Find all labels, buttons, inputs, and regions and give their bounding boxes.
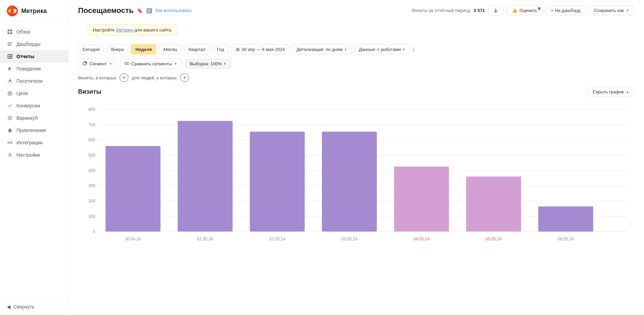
segment-button[interactable]: Сегмент ▼ <box>78 58 117 69</box>
alert-link[interactable]: Метрику <box>116 27 133 32</box>
info-data-icon: ℹ <box>413 47 414 52</box>
sidebar-item-attraction[interactable]: Привлечение <box>0 124 68 136</box>
bar-3[interactable] <box>250 132 305 232</box>
bar-2[interactable] <box>178 121 232 232</box>
rate-dot <box>538 7 541 10</box>
add-visit-condition-button[interactable]: + <box>119 73 128 82</box>
rate-icon: 👍 <box>512 8 517 13</box>
sidebar-item-variocube[interactable]: Вариокуб <box>0 112 68 124</box>
svg-rect-6 <box>8 32 10 34</box>
sidebar-item-label: Отчеты <box>16 54 34 59</box>
svg-rect-12 <box>9 56 10 57</box>
date-range-button[interactable]: ⊞ 30 апр — 6 мая 2024 <box>231 44 289 54</box>
alert-text: Настройте Метрику для вашего сайта. <box>93 27 172 32</box>
sidebar-item-label: Посетители <box>16 78 42 84</box>
sidebar-item-reports[interactable]: Отчеты <box>0 50 68 63</box>
reports-icon <box>7 53 13 60</box>
tab-year[interactable]: Год <box>213 44 229 54</box>
svg-text:700: 700 <box>88 122 95 127</box>
svg-text:03.05.24: 03.05.24 <box>341 237 357 241</box>
export-button[interactable] <box>488 6 503 15</box>
sidebar-item-label: Конверсии <box>16 103 40 108</box>
page-title: Посещаемость <box>78 6 134 15</box>
info-icon[interactable]: ℹ️ <box>146 8 152 13</box>
sidebar-item-conversions[interactable]: Конверсии <box>0 100 68 112</box>
bar-1[interactable] <box>105 146 160 232</box>
svg-rect-5 <box>10 29 12 31</box>
filter-people-label: для людей, у которых <box>132 75 177 80</box>
collapse-button[interactable]: ◀ Свернуть <box>7 304 61 310</box>
chart-title: Визиты <box>78 88 101 95</box>
bar-4[interactable] <box>322 132 377 232</box>
visits-count: 3 571 <box>474 8 485 13</box>
how-to-use-link[interactable]: Как использовать <box>155 8 192 13</box>
tab-yesterday[interactable]: Вчера <box>107 44 128 54</box>
compare-segments-button[interactable]: Сравнить сегменты ▼ <box>120 58 182 69</box>
sidebar-item-label: Обзор <box>16 29 30 35</box>
sidebar-item-label: Дашборды <box>16 41 40 47</box>
svg-rect-20 <box>9 117 11 119</box>
sidebar-item-visitors[interactable]: Посетители <box>0 75 68 87</box>
sidebar-item-overview[interactable]: Обзор <box>0 26 68 38</box>
collapse-arrow-icon: ◀ <box>7 304 11 310</box>
add-people-condition-button[interactable]: + <box>180 73 189 82</box>
svg-text:0: 0 <box>93 229 95 234</box>
logo-icon <box>7 5 18 16</box>
filter-conditions: Визиты, в которых + для людей, у которых… <box>68 73 644 87</box>
sidebar-item-behavior[interactable]: Поведение <box>0 63 68 75</box>
sidebar-item-label: Привлечение <box>16 128 46 133</box>
sidebar-item-goals[interactable]: Цели <box>0 87 68 100</box>
logo-text: Метрика <box>21 8 47 15</box>
rate-button[interactable]: 👍 Оценить <box>507 5 542 15</box>
detail-button[interactable]: Детализация: по дням ▼ <box>292 44 352 54</box>
sidebar-item-integrations[interactable]: Интеграции <box>0 136 68 149</box>
segment-chevron-icon: ▼ <box>109 62 112 66</box>
tab-quarter[interactable]: Квартал <box>184 44 210 54</box>
sidebar-item-label: Цели <box>16 91 28 96</box>
chart-svg: 800 700 600 500 400 300 200 100 0 30.04.… <box>78 102 634 246</box>
sidebar-item-label: Вариокуб <box>16 115 38 121</box>
svg-rect-7 <box>10 32 12 34</box>
tab-week[interactable]: Неделя <box>131 44 156 54</box>
sample-chevron-icon: ▼ <box>223 62 227 66</box>
sample-button[interactable]: Выборка: 100% ▼ <box>185 59 231 69</box>
filter-visits-label: Визиты, в которых <box>78 75 116 80</box>
tab-today[interactable]: Сегодня <box>78 44 104 54</box>
main-content: Посещаемость 🔖 ℹ️ Как использовать Визит… <box>68 0 644 315</box>
sidebar-item-label: Настройки <box>16 152 40 158</box>
add-dashboard-button[interactable]: + На дашборд <box>546 5 585 15</box>
sidebar: Метрика Обзор Дашборды Отчеты Поведение <box>0 0 68 315</box>
svg-rect-4 <box>8 29 10 31</box>
data-button[interactable]: Данные: с роботами ▼ <box>354 44 410 54</box>
visits-period-label: Визиты за отчётный период: 3 571 <box>412 8 485 13</box>
svg-text:02.05.24: 02.05.24 <box>269 237 285 241</box>
save-as-button[interactable]: Сохранить как ▼ <box>589 5 634 15</box>
sidebar-item-label: Поведение <box>16 66 41 71</box>
svg-marker-14 <box>9 67 11 71</box>
bar-7[interactable] <box>538 207 593 232</box>
date-range-value: 30 апр — 6 мая 2024 <box>242 47 285 52</box>
collapse-label: Свернуть <box>13 304 34 310</box>
svg-point-24 <box>9 154 11 156</box>
bar-6[interactable] <box>466 176 521 232</box>
bookmark-icon[interactable]: 🔖 <box>137 8 143 13</box>
svg-text:200: 200 <box>88 199 95 204</box>
sidebar-footer: ◀ Свернуть <box>0 298 68 315</box>
visitors-icon <box>7 78 13 84</box>
chart-area: 800 700 600 500 400 300 200 100 0 30.04.… <box>78 102 634 246</box>
tab-month[interactable]: Месяц <box>159 44 181 54</box>
svg-rect-13 <box>10 55 11 57</box>
bar-5[interactable] <box>394 167 449 232</box>
data-label: Данные: с роботами <box>359 47 401 52</box>
alert-banner: Настройте Метрику для вашего сайта. <box>88 24 177 36</box>
svg-text:30.04.24: 30.04.24 <box>125 237 141 241</box>
svg-text:05.05.24: 05.05.24 <box>485 237 502 241</box>
sidebar-item-dashboards[interactable]: Дашборды <box>0 38 68 50</box>
grid-icon <box>7 29 13 35</box>
compare-chevron-icon: ▼ <box>174 62 177 66</box>
detail-label: Детализация: по дням <box>296 47 342 52</box>
hide-chart-button[interactable]: Скрыть график ▲ <box>588 87 634 97</box>
sidebar-item-settings[interactable]: Настройки <box>0 149 68 161</box>
svg-point-21 <box>8 142 10 144</box>
svg-text:01.05.24: 01.05.24 <box>197 237 213 241</box>
